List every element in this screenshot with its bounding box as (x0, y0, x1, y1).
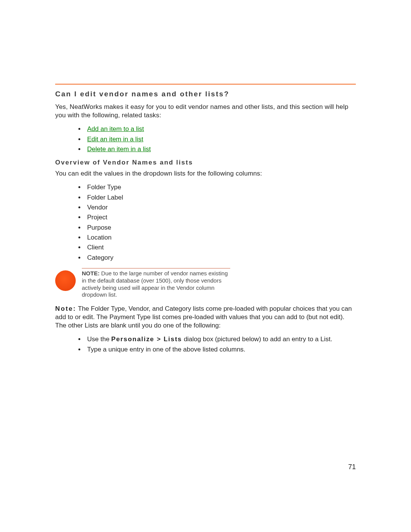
note-text: The Folder Type, Vendor, and Category li… (55, 305, 352, 329)
note-callout: NOTE: Due to the large number of vendor … (55, 268, 230, 299)
list-item: Folder Label (85, 193, 356, 203)
note-dot-icon (55, 270, 76, 291)
secondary-note: Note: The Folder Type, Vendor, and Categ… (55, 305, 356, 330)
note-callout-body: NOTE: Due to the large number of vendor … (82, 268, 230, 299)
list-item: Purpose (85, 223, 356, 233)
list-item: Vendor (85, 203, 356, 212)
list-item: Folder Type (85, 182, 356, 192)
list-item: Use the Personalize > Lists dialog box (… (85, 334, 356, 344)
intro-paragraph: Yes, NeatWorks makes it easy for you to … (55, 103, 356, 120)
list-item: Client (85, 243, 356, 252)
note-label: Note: (55, 305, 76, 312)
menu-path: Personalize > Lists (111, 335, 182, 343)
list-item: Type a unique entry in one of the above … (85, 345, 356, 355)
overview-intro: You can edit the values in the dropdown … (55, 169, 356, 178)
page-number: 71 (348, 463, 356, 471)
section-rule (55, 84, 356, 85)
list-item: Edit an item in a list (85, 134, 356, 144)
section-heading: Can I edit vendor names and other lists? (55, 90, 356, 98)
action-text-pre: Use the (87, 335, 111, 343)
task-link-list: Add an item to a list Edit an item in a … (55, 124, 356, 154)
list-item: Delete an item in a list (85, 144, 356, 154)
action-text-post: dialog box (pictured below) to add an en… (182, 335, 332, 343)
list-item: Project (85, 212, 356, 222)
edit-item-link[interactable]: Edit an item in a list (87, 136, 143, 143)
action-list: Use the Personalize > Lists dialog box (… (55, 334, 356, 355)
note-text: Due to the large number of vendor names … (82, 270, 228, 298)
document-page: Can I edit vendor names and other lists?… (0, 0, 411, 532)
list-item: Add an item to a list (85, 124, 356, 134)
delete-item-link[interactable]: Delete an item in a list (87, 145, 151, 153)
overview-heading: Overview of Vendor Names and lists (55, 159, 356, 166)
add-item-link[interactable]: Add an item to a list (87, 125, 144, 133)
column-list: Folder Type Folder Label Vendor Project … (55, 182, 356, 263)
list-item: Location (85, 233, 356, 243)
list-item: Category (85, 253, 356, 263)
note-label: NOTE: (82, 270, 100, 276)
